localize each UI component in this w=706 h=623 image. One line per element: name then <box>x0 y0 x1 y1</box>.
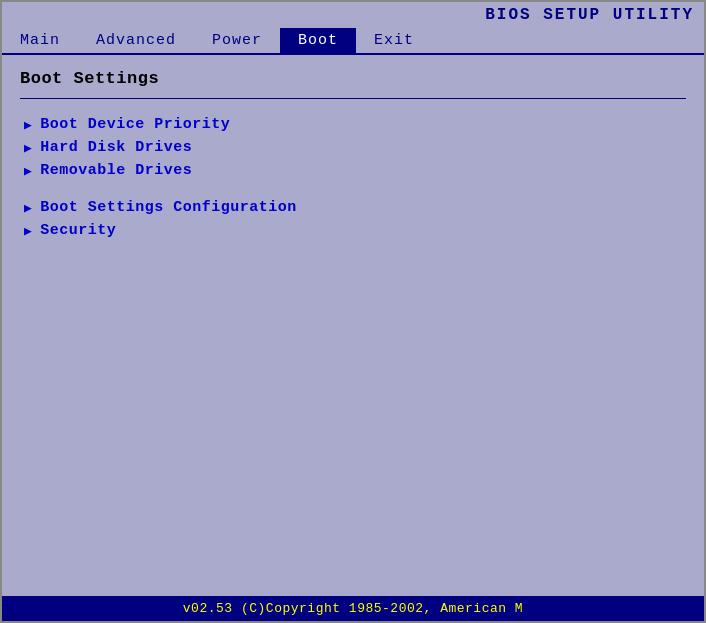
tab-advanced[interactable]: Advanced <box>78 28 194 53</box>
menu-item-hard-disk-drives[interactable]: ▶ Hard Disk Drives <box>20 136 686 159</box>
divider <box>20 98 686 99</box>
arrow-icon-1: ▶ <box>24 117 32 133</box>
arrow-icon-5: ▶ <box>24 223 32 239</box>
footer-text: v02.53 (C)Copyright 1985-2002, American … <box>183 601 523 616</box>
arrow-icon-3: ▶ <box>24 163 32 179</box>
tab-boot[interactable]: Boot <box>280 28 356 53</box>
tab-exit[interactable]: Exit <box>356 28 432 53</box>
menu-item-label-2: Hard Disk Drives <box>40 139 192 156</box>
section-title: Boot Settings <box>20 69 686 88</box>
arrow-icon-2: ▶ <box>24 140 32 156</box>
menu-items: ▶ Boot Device Priority ▶ Hard Disk Drive… <box>20 113 686 256</box>
menu-item-label-5: Security <box>40 222 116 239</box>
bios-title: BIOS SETUP UTILITY <box>485 6 694 24</box>
menu-item-label-3: Removable Drives <box>40 162 192 179</box>
tab-power[interactable]: Power <box>194 28 280 53</box>
menu-group-2: ▶ Boot Settings Configuration ▶ Security <box>20 196 686 242</box>
nav-tabs: Main Advanced Power Boot Exit <box>2 26 704 55</box>
bios-screen: BIOS SETUP UTILITY Main Advanced Power B… <box>0 0 706 623</box>
menu-group-1: ▶ Boot Device Priority ▶ Hard Disk Drive… <box>20 113 686 182</box>
footer: v02.53 (C)Copyright 1985-2002, American … <box>2 596 704 621</box>
arrow-icon-4: ▶ <box>24 200 32 216</box>
title-bar: BIOS SETUP UTILITY <box>2 2 704 26</box>
menu-item-label-1: Boot Device Priority <box>40 116 230 133</box>
menu-item-removable-drives[interactable]: ▶ Removable Drives <box>20 159 686 182</box>
menu-item-boot-device-priority[interactable]: ▶ Boot Device Priority <box>20 113 686 136</box>
spacer <box>20 256 686 588</box>
content-area: Boot Settings ▶ Boot Device Priority ▶ H… <box>2 55 704 596</box>
tab-main[interactable]: Main <box>2 28 78 53</box>
menu-item-label-4: Boot Settings Configuration <box>40 199 297 216</box>
menu-item-boot-settings-configuration[interactable]: ▶ Boot Settings Configuration <box>20 196 686 219</box>
menu-item-security[interactable]: ▶ Security <box>20 219 686 242</box>
